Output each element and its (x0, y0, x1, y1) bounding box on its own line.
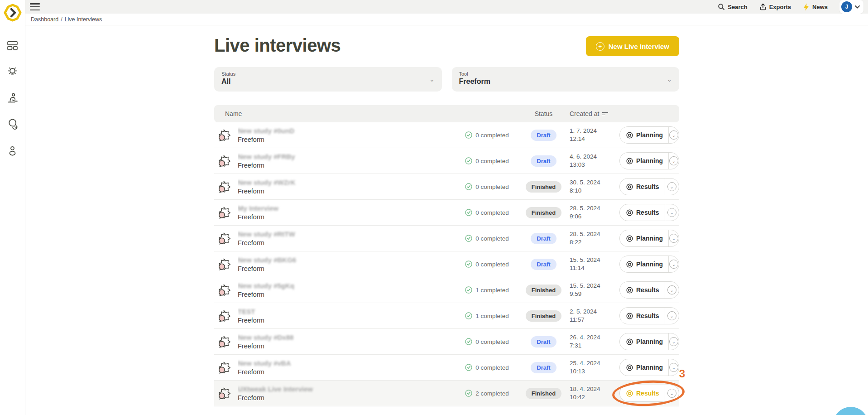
row-action-button[interactable]: Planning (620, 153, 669, 169)
check-circle-icon (465, 312, 472, 319)
chevron-down-circle-icon: ⌄ (667, 389, 676, 398)
row-more-actions-button[interactable]: ⌄ (665, 282, 679, 298)
row-action-button[interactable]: Planning (620, 127, 669, 143)
row-more-actions-button[interactable]: ⌄ (665, 179, 679, 195)
live-interview-study-icon (217, 308, 232, 323)
study-name-link[interactable]: New study #RtTW (238, 230, 456, 238)
status-badge: Finished (526, 181, 561, 193)
chevron-down-circle-icon: ⌄ (667, 285, 676, 294)
search-button[interactable]: Search (718, 3, 747, 10)
page-title: Live interviews (214, 35, 340, 56)
check-circle-icon (465, 338, 472, 345)
moderator-icon[interactable] (6, 92, 19, 104)
chat-widget-button[interactable] (833, 407, 868, 415)
chevron-down-circle-icon: ⌄ (669, 363, 678, 372)
breadcrumb-live-interviews[interactable]: Live Interviews (65, 16, 102, 23)
row-action-button[interactable]: Results (620, 385, 665, 401)
search-icon (718, 3, 725, 10)
row-more-actions-button[interactable]: ⌄ (665, 385, 679, 401)
table-row[interactable]: UXtweak Live Interview Freeform 2 comple… (214, 381, 679, 406)
status-badge: Finished (526, 310, 561, 322)
row-more-actions-button[interactable]: ⌄ (669, 359, 679, 376)
chevron-down-circle-icon: ⌄ (669, 337, 678, 346)
lightbulb-icon[interactable] (6, 66, 19, 78)
study-tool-label: Freeform (238, 265, 456, 272)
check-circle-icon (465, 157, 472, 164)
row-more-actions-button[interactable]: ⌄ (665, 308, 679, 324)
table-row[interactable]: New study #FRBy Freeform 0 completed Dra… (214, 148, 679, 174)
status-badge: Draft (531, 233, 556, 244)
study-name-link[interactable]: New study #FRBy (238, 153, 456, 160)
table-row[interactable]: New study #Dx88 Freeform 0 completed Dra… (214, 329, 679, 355)
hamburger-menu-icon[interactable] (30, 3, 40, 10)
row-action-button[interactable]: Results (620, 204, 665, 221)
avatar: J (841, 1, 852, 12)
row-more-actions-button[interactable]: ⌄ (669, 230, 679, 246)
column-created-at[interactable]: Created at (570, 110, 619, 117)
status-filter-select[interactable]: Status All ⌄ (214, 67, 442, 92)
table-row[interactable]: New study #0unD Freeform 0 completed Dra… (214, 122, 679, 148)
row-more-actions-button[interactable]: ⌄ (669, 256, 679, 272)
study-name-link[interactable]: New study #5gKq (238, 282, 456, 290)
study-name-link[interactable]: New study #Dx88 (238, 333, 456, 341)
account-menu[interactable]: J (839, 0, 863, 14)
study-name-link[interactable]: My Interview (238, 204, 456, 212)
chevron-down-icon (855, 5, 860, 9)
study-name-link[interactable]: UXtweak Live Interview (238, 385, 456, 393)
profile-icon[interactable] (6, 145, 19, 157)
row-action-button[interactable]: Results (620, 179, 665, 195)
chat-icon[interactable] (6, 118, 19, 130)
study-tool-label: Freeform (238, 368, 456, 376)
chevron-down-circle-icon: ⌄ (669, 234, 678, 243)
study-name-link[interactable]: New study #WZrK (238, 179, 456, 186)
table-row[interactable]: New study #vBA Freeform 0 completed Draf… (214, 355, 679, 381)
study-name-link[interactable]: TEST (238, 308, 456, 315)
status-badge: Draft (531, 336, 556, 347)
table-body: New study #0unD Freeform 0 completed Dra… (214, 122, 679, 406)
check-circle-icon (465, 364, 472, 371)
row-action-button[interactable]: Planning (620, 256, 669, 272)
chevron-down-icon: ⌄ (430, 76, 435, 83)
study-tool-label: Freeform (238, 291, 456, 298)
completed-count: 0 completed (456, 183, 518, 190)
column-name: Name (214, 110, 518, 117)
table-row[interactable]: My Interview Freeform 0 completed Finish… (214, 200, 679, 226)
study-name-link[interactable]: New study #0unD (238, 127, 456, 135)
study-name-link[interactable]: New study #BKG6 (238, 256, 456, 264)
exports-button[interactable]: Exports (759, 3, 791, 10)
completed-count: 1 completed (456, 286, 518, 294)
row-more-actions-button[interactable]: ⌄ (669, 127, 679, 143)
sidebar (0, 0, 25, 415)
target-icon (626, 235, 633, 242)
uxtweak-logo[interactable] (4, 3, 22, 22)
row-action-button[interactable]: Results (620, 308, 665, 324)
table-row[interactable]: TEST Freeform 1 completed Finished 2. 5.… (214, 303, 679, 329)
study-name-link[interactable]: New study #vBA (238, 359, 456, 367)
created-at-cell: 28. 5. 2024 9:06 (570, 204, 619, 221)
new-live-interview-button[interactable]: + New Live Interview (586, 36, 679, 56)
target-icon (626, 261, 633, 268)
created-at-cell: 4. 6. 2024 13:03 (570, 153, 619, 169)
news-button[interactable]: News (803, 3, 828, 11)
row-action-button[interactable]: Planning (620, 333, 669, 350)
table-row[interactable]: New study #RtTW Freeform 0 completed Dra… (214, 226, 679, 251)
row-more-actions-button[interactable]: ⌄ (669, 333, 679, 350)
status-badge: Draft (531, 259, 556, 270)
check-circle-icon (465, 183, 472, 190)
row-action-button[interactable]: Planning (620, 230, 669, 246)
tool-filter-select[interactable]: Tool Freeform ⌄ (452, 67, 680, 92)
breadcrumb-dashboard[interactable]: Dashboard (31, 16, 58, 23)
sort-icon[interactable] (602, 112, 608, 115)
table-row[interactable]: New study #WZrK Freeform 0 completed Fin… (214, 174, 679, 200)
created-at-cell: 26. 4. 2024 7:31 (570, 333, 619, 350)
row-more-actions-button[interactable]: ⌄ (665, 204, 679, 221)
dashboard-icon[interactable] (6, 39, 19, 52)
table-row[interactable]: New study #BKG6 Freeform 0 completed Dra… (214, 251, 679, 277)
row-action-button[interactable]: Results (620, 282, 665, 298)
study-tool-label: Freeform (238, 343, 456, 350)
table-row[interactable]: New study #5gKq Freeform 1 completed Fin… (214, 277, 679, 303)
row-action-button[interactable]: Planning (620, 359, 669, 376)
news-bolt-icon (803, 3, 810, 11)
target-icon (626, 158, 633, 164)
row-more-actions-button[interactable]: ⌄ (669, 153, 679, 169)
